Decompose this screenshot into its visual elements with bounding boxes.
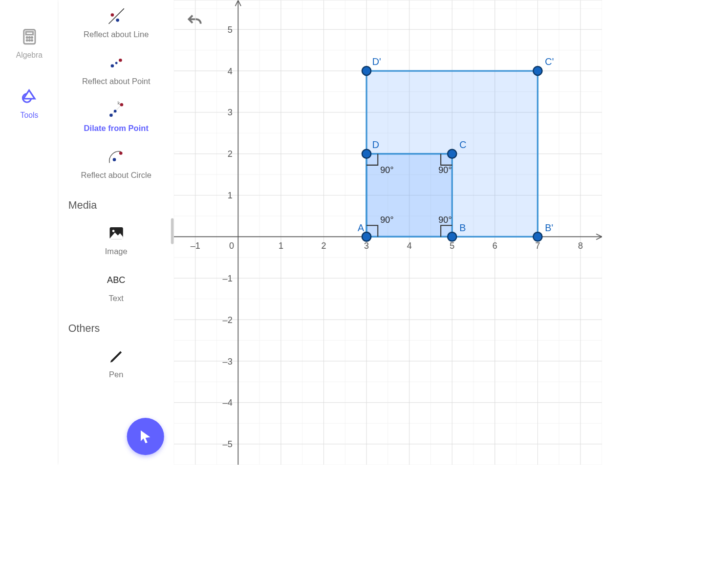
x-tick: 2 <box>321 241 326 251</box>
svg-line-9 <box>108 8 124 23</box>
tab-algebra[interactable]: Algebra <box>16 28 43 60</box>
tool-label: Text <box>109 293 124 304</box>
point-D'[interactable] <box>362 66 371 75</box>
y-tick: –3 <box>223 357 233 367</box>
tools-panel: Reflect about Line Reflect about Point <box>59 0 174 465</box>
tool-label: Image <box>105 246 128 257</box>
angle-label: 90° <box>438 215 451 225</box>
tool-label: Reflect about Line <box>84 29 149 40</box>
y-tick: 1 <box>228 191 233 200</box>
svg-point-6 <box>29 40 30 41</box>
svg-point-16 <box>109 113 113 117</box>
text-icon: ABC <box>105 269 128 291</box>
shapes-icon <box>21 88 38 107</box>
point-label: D' <box>372 56 381 67</box>
move-mode-fab[interactable] <box>127 418 164 455</box>
angle-label: 90° <box>438 165 451 175</box>
reflect-point-icon <box>105 52 128 74</box>
point-C[interactable] <box>448 150 456 158</box>
x-tick: 8 <box>578 241 583 251</box>
tab-label: Algebra <box>16 51 43 60</box>
tab-label: Tools <box>21 111 39 120</box>
point-label: C' <box>545 56 554 67</box>
svg-text:k: k <box>117 101 120 106</box>
svg-point-13 <box>115 62 117 65</box>
x-tick: 1 <box>278 241 283 251</box>
tool-label: Reflect about Circle <box>81 170 151 180</box>
y-tick: –5 <box>223 439 233 449</box>
tool-dilate-point[interactable]: k Dilate from Point <box>59 94 174 141</box>
tool-reflect-line[interactable]: Reflect about Line <box>59 0 174 47</box>
graph-canvas[interactable]: –1012345678–5–4–3–2–11234590°90°90°90°AB… <box>174 0 602 465</box>
point-C'[interactable] <box>533 66 542 75</box>
svg-line-15 <box>111 105 122 115</box>
y-tick: –1 <box>223 274 233 283</box>
svg-point-2 <box>26 37 27 38</box>
svg-point-4 <box>31 37 32 38</box>
svg-point-23 <box>112 230 114 232</box>
image-icon <box>105 222 128 244</box>
svg-point-7 <box>31 40 32 41</box>
left-tabstrip: Algebra Tools <box>0 0 59 465</box>
point-D[interactable] <box>362 150 371 158</box>
y-tick: –2 <box>223 315 233 325</box>
calculator-icon <box>21 28 38 47</box>
svg-point-12 <box>110 64 114 67</box>
cursor-icon <box>137 429 153 445</box>
y-tick: 2 <box>228 149 233 159</box>
svg-point-11 <box>116 19 119 22</box>
tool-reflect-circle[interactable]: Reflect about Circle <box>59 141 174 188</box>
dilate-point-icon: k <box>105 99 128 121</box>
point-label: B' <box>545 222 553 233</box>
pen-icon <box>105 345 128 367</box>
tool-text[interactable]: ABC Text <box>59 264 174 311</box>
reflect-circle-icon <box>105 146 128 168</box>
tool-image[interactable]: Image <box>59 217 174 264</box>
x-tick: 5 <box>450 241 454 251</box>
reflect-line-icon <box>105 5 128 27</box>
x-tick: 3 <box>364 241 369 251</box>
x-tick: 6 <box>492 241 497 251</box>
svg-point-3 <box>29 37 30 38</box>
angle-label: 90° <box>380 165 393 175</box>
point-label: A <box>358 222 364 233</box>
x-tick: –1 <box>191 241 200 251</box>
section-others: Others <box>59 311 174 340</box>
svg-rect-1 <box>26 32 33 35</box>
svg-point-10 <box>110 13 114 17</box>
angle-label: 90° <box>380 215 393 225</box>
svg-point-5 <box>26 40 27 41</box>
y-tick: 3 <box>228 108 233 118</box>
y-tick: 5 <box>228 25 233 35</box>
svg-point-18 <box>120 103 123 107</box>
tool-label: Reflect about Point <box>82 76 150 86</box>
x-tick: 0 <box>229 241 234 251</box>
y-tick: 4 <box>228 66 233 76</box>
point-B[interactable] <box>448 232 456 241</box>
tab-tools[interactable]: Tools <box>21 88 39 120</box>
point-A'[interactable] <box>362 232 371 241</box>
svg-point-21 <box>119 151 123 155</box>
tool-label: Pen <box>109 369 123 380</box>
tool-label: Dilate from Point <box>84 123 149 133</box>
section-media: Media <box>59 188 174 217</box>
svg-point-20 <box>112 158 116 161</box>
y-tick: –4 <box>223 398 233 408</box>
svg-point-14 <box>119 59 122 62</box>
point-label: D <box>372 139 379 150</box>
point-label: C <box>459 139 466 150</box>
graph-svg[interactable]: –1012345678–5–4–3–2–11234590°90°90°90°AB… <box>174 0 602 465</box>
svg-point-17 <box>113 110 116 113</box>
point-B'[interactable] <box>533 232 542 241</box>
tool-pen[interactable]: Pen <box>59 340 174 387</box>
x-tick: 7 <box>535 241 540 251</box>
point-label: B <box>459 222 466 233</box>
x-tick: 4 <box>407 241 412 251</box>
tool-reflect-point[interactable]: Reflect about Point <box>59 47 174 94</box>
